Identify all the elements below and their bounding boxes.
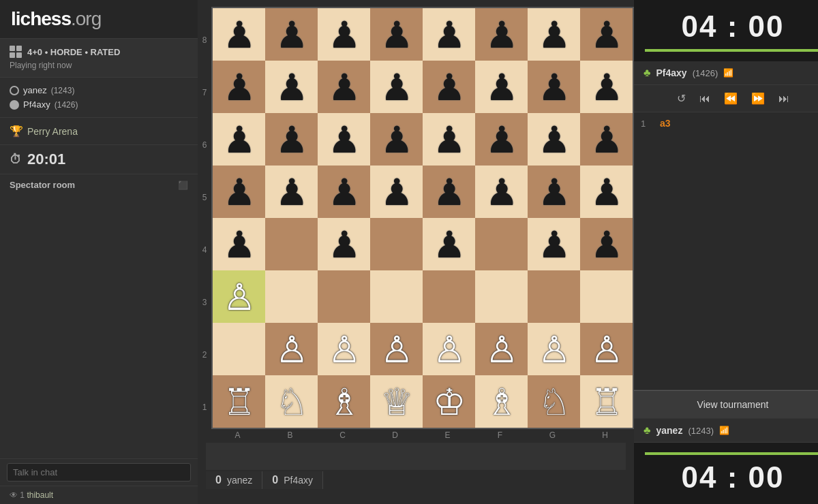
cell-H1[interactable]: ♖: [580, 375, 633, 428]
piece-F8: ♟: [485, 16, 518, 53]
cell-G2[interactable]: ♙: [528, 323, 580, 375]
piece-G1: ♘: [538, 383, 571, 420]
cell-G7[interactable]: ♟: [528, 61, 580, 113]
cell-G6[interactable]: ♟: [528, 113, 580, 166]
cell-H4[interactable]: ♟: [580, 218, 633, 270]
cell-E1[interactable]: ♔: [423, 375, 475, 428]
cell-H6[interactable]: ♟: [580, 113, 633, 166]
cell-E5[interactable]: ♟: [423, 166, 475, 218]
cell-A8[interactable]: ♟: [213, 8, 265, 61]
expand-icon[interactable]: ⬛: [178, 180, 188, 190]
cell-B4[interactable]: [265, 218, 318, 270]
cell-H8[interactable]: ♟: [580, 8, 633, 61]
rank-label-7: 7: [202, 66, 207, 119]
cell-A1[interactable]: ♖: [213, 375, 265, 428]
cell-B8[interactable]: ♟: [265, 8, 318, 61]
cell-D5[interactable]: ♟: [370, 166, 423, 218]
cell-D3[interactable]: [370, 270, 423, 323]
file-label-C: C: [316, 430, 369, 440]
cell-A3[interactable]: ♙: [213, 270, 265, 323]
cell-E6[interactable]: ♟: [423, 113, 475, 166]
player-rating-yanez: (1243): [51, 86, 75, 95]
cell-B5[interactable]: ♟: [265, 166, 318, 218]
cell-B7[interactable]: ♟: [265, 61, 318, 113]
tournament-box[interactable]: 🏆 Perry Arena: [0, 117, 198, 144]
cell-E3[interactable]: [423, 270, 475, 323]
chess-board[interactable]: ♟♟♟♟♟♟♟♟♟♟♟♟♟♟♟♟♟♟♟♟♟♟♟♟♟♟♟♟♟♟♟♟♟♟♟♟♟♙♙♙…: [211, 7, 634, 429]
cell-D2[interactable]: ♙: [370, 323, 423, 375]
cell-C4[interactable]: ♟: [318, 218, 370, 270]
cell-G3[interactable]: [528, 270, 580, 323]
piece-C4: ♟: [328, 226, 361, 263]
player-icon-yanez: [10, 86, 19, 95]
cell-G4[interactable]: ♟: [528, 218, 580, 270]
cell-B1[interactable]: ♘: [265, 375, 318, 428]
player-row-yanez: yanez (1243): [10, 83, 188, 97]
cell-B6[interactable]: ♟: [265, 113, 318, 166]
piece-F6: ♟: [485, 121, 518, 158]
prev-button[interactable]: ⏪: [720, 89, 742, 108]
cell-A2[interactable]: [213, 323, 265, 375]
piece-B6: ♟: [275, 121, 308, 158]
cell-C8[interactable]: ♟: [318, 8, 370, 61]
piece-G8: ♟: [538, 16, 571, 53]
cell-F3[interactable]: [475, 270, 528, 323]
cell-F5[interactable]: ♟: [475, 166, 528, 218]
cell-E7[interactable]: ♟: [423, 61, 475, 113]
skip-start-button[interactable]: ⏮: [695, 90, 714, 108]
cell-D1[interactable]: ♕: [370, 375, 423, 428]
cell-C7[interactable]: ♟: [318, 61, 370, 113]
cell-C5[interactable]: ♟: [318, 166, 370, 218]
cell-H2[interactable]: ♙: [580, 323, 633, 375]
cell-A5[interactable]: ♟: [213, 166, 265, 218]
cell-B3[interactable]: [265, 270, 318, 323]
cell-H5[interactable]: ♟: [580, 166, 633, 218]
cell-E2[interactable]: ♙: [423, 323, 475, 375]
cell-F2[interactable]: ♙: [475, 323, 528, 375]
opponent-bottom-rating: (1243): [688, 426, 714, 436]
cell-F6[interactable]: ♟: [475, 113, 528, 166]
next-button[interactable]: ⏩: [747, 89, 769, 108]
cell-B2[interactable]: ♙: [265, 323, 318, 375]
cell-A7[interactable]: ♟: [213, 61, 265, 113]
cell-F4[interactable]: [475, 218, 528, 270]
cell-F7[interactable]: ♟: [475, 61, 528, 113]
piece-H8: ♟: [590, 16, 623, 53]
cell-F8[interactable]: ♟: [475, 8, 528, 61]
skip-end-button[interactable]: ⏭: [774, 90, 793, 108]
cell-D4[interactable]: [370, 218, 423, 270]
piece-B8: ♟: [275, 16, 308, 53]
cell-G1[interactable]: ♘: [528, 375, 580, 428]
cell-E8[interactable]: ♟: [423, 8, 475, 61]
cell-D7[interactable]: ♟: [370, 61, 423, 113]
cell-G8[interactable]: ♟: [528, 8, 580, 61]
tournament-title[interactable]: 🏆 Perry Arena: [10, 125, 188, 138]
cell-H3[interactable]: [580, 270, 633, 323]
cell-A6[interactable]: ♟: [213, 113, 265, 166]
cell-D6[interactable]: ♟: [370, 113, 423, 166]
cell-G5[interactable]: ♟: [528, 166, 580, 218]
cell-F1[interactable]: ♗: [475, 375, 528, 428]
cell-E4[interactable]: ♟: [423, 218, 475, 270]
cell-C6[interactable]: ♟: [318, 113, 370, 166]
view-tournament-button[interactable]: View tournament: [634, 390, 818, 419]
cell-H7[interactable]: ♟: [580, 61, 633, 113]
refresh-button[interactable]: ↺: [673, 89, 690, 108]
cell-C1[interactable]: ♗: [318, 375, 370, 428]
chat-input[interactable]: [7, 463, 191, 482]
piece-G5: ♟: [538, 174, 571, 210]
cell-A4[interactable]: ♟: [213, 218, 265, 270]
spectators-info: 👁 1 thibault: [0, 486, 198, 504]
logo[interactable]: lichess.org: [0, 0, 198, 38]
cell-C3[interactable]: [318, 270, 370, 323]
piece-G4: ♟: [538, 226, 571, 263]
timer-bar-top: [645, 49, 818, 52]
piece-E1: ♔: [433, 383, 466, 420]
player-leaf-top: ♣: [643, 67, 651, 79]
piece-D6: ♟: [380, 121, 413, 158]
game-info-box: 4+0 • HORDE • RATED Playing right now: [0, 38, 198, 77]
move-number: 1: [641, 119, 654, 129]
cell-D8[interactable]: ♟: [370, 8, 423, 61]
move-text[interactable]: a3: [660, 118, 671, 129]
cell-C2[interactable]: ♙: [318, 323, 370, 375]
